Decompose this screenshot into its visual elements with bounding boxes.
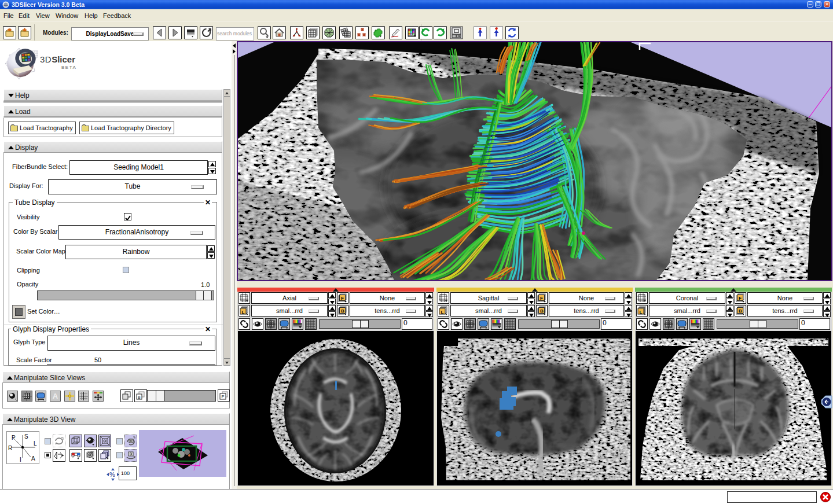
- svg-text:B: B: [739, 308, 742, 314]
- svg-text:R: R: [8, 445, 12, 451]
- svg-text:F: F: [540, 296, 543, 301]
- svg-text:L: L: [640, 310, 643, 315]
- svg-text:B: B: [540, 308, 544, 314]
- svg-text:P: P: [12, 435, 16, 441]
- svg-text:S: S: [24, 433, 28, 440]
- svg-text:B: B: [341, 308, 344, 314]
- svg-text:F: F: [739, 296, 742, 301]
- svg-text:A: A: [31, 455, 35, 462]
- svg-text:I: I: [20, 457, 21, 463]
- svg-text:%: %: [109, 471, 115, 478]
- svg-text:L: L: [34, 440, 37, 447]
- svg-text:F: F: [341, 296, 344, 301]
- svg-text:B: B: [138, 395, 141, 399]
- svg-text:F: F: [222, 394, 225, 399]
- svg-text:L: L: [242, 310, 245, 315]
- svg-text:L: L: [441, 310, 444, 315]
